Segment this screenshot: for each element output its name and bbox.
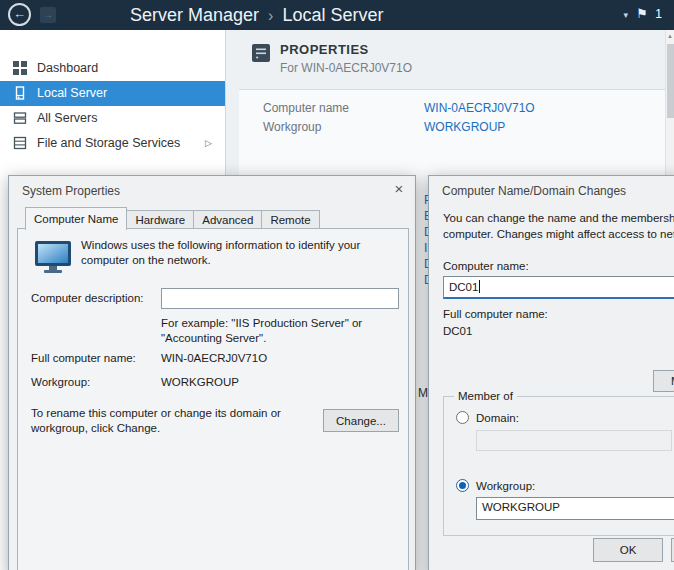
property-value-link[interactable]: WIN-0AECRJ0V71O [424, 101, 535, 115]
more-button[interactable]: More... [653, 370, 674, 392]
dialog-title[interactable]: Computer Name/Domain Changes [442, 184, 626, 198]
full-computer-name-label: Full computer name: [443, 308, 548, 320]
computer-name-input[interactable]: DC01 [443, 276, 674, 299]
text-cursor [479, 280, 480, 293]
member-of-label: Member of [454, 390, 517, 402]
workgroup-value: WORKGROUP [161, 376, 239, 388]
expand-right-icon[interactable]: ▷ [205, 131, 212, 156]
dialog-title[interactable]: System Properties [22, 184, 120, 198]
domain-radio[interactable] [456, 411, 469, 424]
servers-icon [13, 111, 27, 125]
sidebar-item-all-servers[interactable]: All Servers [0, 106, 225, 131]
tab-advanced[interactable]: Advanced [193, 210, 262, 229]
full-computer-name-value: DC01 [443, 325, 472, 337]
property-label: Computer name [263, 101, 349, 115]
ok-button[interactable]: OK [593, 538, 663, 562]
domain-input [476, 430, 672, 451]
sidebar-item-label: All Servers [37, 111, 97, 125]
description-example-text: For example: "IIS Production Server" or … [161, 316, 393, 346]
dialog-intro-line: You can change the name and the membersh… [443, 212, 674, 224]
sidebar-item-local-server[interactable]: Local Server [0, 81, 225, 106]
computer-description-label: Computer description: [31, 292, 144, 304]
notification-count[interactable]: 1 [655, 7, 662, 21]
sidebar-item-label: Local Server [37, 86, 107, 100]
sidebar-item-label: Dashboard [37, 61, 98, 75]
tab-computer-name[interactable]: Computer Name [25, 207, 127, 230]
scrollbar-thumb[interactable] [667, 44, 674, 118]
breadcrumb: Server Manager›Local Server [130, 0, 383, 30]
rename-hint-text: To rename this computer or change its do… [31, 406, 301, 436]
chevron-down-icon[interactable]: ▾ [623, 10, 628, 20]
close-icon[interactable]: × [383, 176, 415, 202]
workgroup-label: Workgroup: [31, 376, 90, 388]
back-arrow-icon: ← [13, 6, 26, 21]
tab-strip: Computer Name Hardware Advanced Remote [25, 206, 319, 229]
full-computer-name-value: WIN-0AECRJ0V71O [161, 352, 267, 364]
workgroup-value: WORKGROUP [482, 501, 560, 513]
sidebar-item-dashboard[interactable]: Dashboard [0, 56, 225, 81]
full-computer-name-label: Full computer name: [31, 352, 136, 364]
dashboard-icon [13, 61, 27, 75]
breadcrumb-app-title[interactable]: Server Manager [130, 5, 259, 25]
clipped-text-fragment: M [418, 386, 428, 400]
screen: ← → Server Manager›Local Server ▾ ⚑ 1 Da… [0, 0, 674, 570]
sidebar-item-label: File and Storage Services [37, 136, 180, 150]
property-label: Workgroup [263, 120, 321, 134]
computer-name-value: DC01 [449, 281, 478, 293]
scroll-up-icon[interactable]: ▲ [667, 33, 673, 39]
breadcrumb-separator-icon: › [268, 7, 273, 24]
computer-description-input[interactable] [161, 288, 399, 309]
notification-flag-icon[interactable]: ⚑ [636, 6, 648, 21]
properties-tile-icon [252, 44, 270, 62]
titlebar: ← → Server Manager›Local Server ▾ ⚑ 1 [0, 0, 674, 30]
workgroup-radio-label[interactable]: Workgroup: [476, 480, 535, 492]
computer-name-domain-changes-dialog: Computer Name/Domain Changes You can cha… [428, 175, 674, 570]
intro-text: Windows uses the following information t… [81, 238, 411, 268]
workgroup-input[interactable]: WORKGROUP [476, 497, 674, 520]
sidebar-item-file-storage-services[interactable]: File and Storage Services ▷ [0, 131, 225, 156]
workgroup-radio[interactable] [456, 479, 469, 492]
server-icon [13, 86, 27, 100]
computer-name-label: Computer name: [443, 260, 529, 272]
back-button[interactable]: ← [8, 3, 31, 26]
dialog-intro-line: computer. Changes might affect access to… [443, 228, 674, 240]
forward-button: → [40, 7, 56, 23]
forward-arrow-icon: → [43, 9, 53, 20]
computer-monitor-icon [33, 240, 73, 274]
tab-remote[interactable]: Remote [261, 210, 319, 229]
property-value-link[interactable]: WORKGROUP [424, 120, 505, 134]
tab-page [17, 228, 409, 570]
properties-title: PROPERTIES [280, 42, 369, 57]
domain-radio-label[interactable]: Domain: [476, 412, 519, 424]
system-properties-dialog: System Properties × Computer Name Hardwa… [8, 175, 416, 570]
change-button[interactable]: Change... [323, 409, 399, 432]
breadcrumb-page-title: Local Server [282, 5, 383, 25]
properties-subtitle: For WIN-0AECRJ0V71O [280, 61, 412, 75]
storage-icon [13, 136, 27, 150]
tab-hardware[interactable]: Hardware [126, 210, 194, 229]
member-of-group: Member of Domain: Workgroup: WORKGROUP [443, 396, 674, 536]
